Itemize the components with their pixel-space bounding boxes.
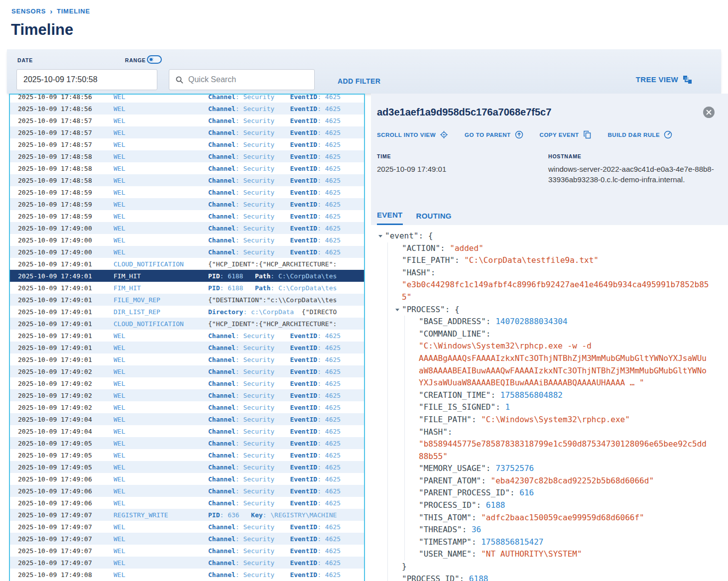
row-timestamp: 2025-10-09 17:48:57	[10, 129, 114, 136]
tab-routing[interactable]: ROUTING	[416, 211, 452, 225]
copy-event-button[interactable]: COPY EVENT	[540, 130, 592, 139]
table-row[interactable]: 2025-10-09 17:48:57WELChannel: Security …	[10, 115, 364, 126]
table-row[interactable]: 2025-10-09 17:49:00WELChannel: Security …	[10, 246, 364, 258]
row-event-type: WEL	[114, 332, 208, 340]
detail-tabs: EVENT ROUTING	[377, 211, 452, 225]
table-row[interactable]: 2025-10-09 17:49:07WELChannel: Security …	[10, 557, 364, 569]
row-detail: Channel: Security EventID: 4625	[208, 499, 364, 507]
table-row[interactable]: 2025-10-09 17:49:06WELChannel: Security …	[10, 485, 364, 497]
event-json-viewer[interactable]: "event": {"ACTION": "added""FILE_PATH": …	[371, 225, 728, 581]
range-toggle[interactable]	[147, 55, 162, 64]
table-row[interactable]: 2025-10-09 17:49:04WELChannel: Security …	[10, 425, 364, 437]
table-row[interactable]: 2025-10-09 17:49:01FIM_HITPID: 6188 Path…	[10, 270, 364, 282]
json-line: "HASH": "e3b0c44298fc1c149afbf4c8996fb92…	[402, 267, 711, 304]
event-table[interactable]: 2025-10-09 17:48:56WELChannel: Security …	[9, 94, 365, 581]
table-row[interactable]: 2025-10-09 17:49:01CLOUD_NOTIFICATION{"H…	[10, 318, 364, 330]
row-detail: Channel: Security EventID: 4625	[208, 177, 364, 184]
table-row[interactable]: 2025-10-09 17:49:01WELChannel: Security …	[10, 353, 364, 365]
table-row[interactable]: 2025-10-09 17:49:07WELChannel: Security …	[10, 545, 364, 557]
date-input[interactable]	[16, 69, 157, 90]
table-row[interactable]: 2025-10-09 17:49:07WELChannel: Security …	[10, 521, 364, 533]
search-input[interactable]	[188, 75, 308, 84]
table-row[interactable]: 2025-10-09 17:48:59WELChannel: Security …	[10, 186, 364, 198]
table-row[interactable]: 2025-10-09 17:48:56WELChannel: Security …	[10, 94, 364, 103]
go-to-parent-button[interactable]: GO TO PARENT	[465, 130, 523, 139]
table-row[interactable]: 2025-10-09 17:48:58WELChannel: Security …	[10, 162, 364, 174]
page-title: Timeline	[11, 21, 73, 39]
row-event-type: CLOUD_NOTIFICATION	[114, 260, 208, 268]
add-filter-button[interactable]: ADD FILTER	[338, 77, 380, 85]
row-detail: Channel: Security EventID: 4625	[208, 236, 364, 244]
row-detail: Channel: Security EventID: 4625	[208, 547, 364, 555]
row-timestamp: 2025-10-09 17:49:07	[10, 535, 114, 543]
breadcrumb-sensors[interactable]: SENSORS	[11, 7, 46, 15]
json-string-value: "eba42307c82b8cad92252b5b68d6066d"	[491, 475, 654, 487]
row-detail: Channel: Security EventID: 4625	[208, 201, 364, 208]
row-detail: Channel: Security EventID: 4625	[208, 416, 364, 423]
row-timestamp: 2025-10-09 17:49:06	[10, 487, 114, 495]
table-row[interactable]: 2025-10-09 17:49:01CLOUD_NOTIFICATION{"H…	[10, 258, 364, 270]
row-detail: Channel: Security EventID: 4625	[208, 487, 364, 495]
build-dr-rule-button[interactable]: BUILD D&R RULE	[608, 130, 673, 139]
json-line: "FILE_IS_SIGNED": 1	[419, 401, 711, 414]
scroll-into-view-button[interactable]: SCROLL INTO VIEW	[377, 130, 448, 139]
table-row[interactable]: 2025-10-09 17:49:01DIR_LIST_REPDirectory…	[10, 306, 364, 318]
table-row[interactable]: 2025-10-09 17:49:02WELChannel: Security …	[10, 401, 364, 413]
table-row[interactable]: 2025-10-09 17:48:59WELChannel: Security …	[10, 198, 364, 210]
json-group: "BASE_ADDRESS": 140702888034304"COMMAND_…	[404, 316, 711, 561]
row-timestamp: 2025-10-09 17:48:59	[10, 201, 114, 208]
row-timestamp: 2025-10-09 17:48:57	[10, 141, 114, 148]
table-row[interactable]: 2025-10-09 17:49:04WELChannel: Security …	[10, 413, 364, 425]
breadcrumb-timeline[interactable]: TIMELINE	[57, 7, 90, 15]
row-timestamp: 2025-10-09 17:48:57	[10, 117, 114, 124]
row-event-type: WEL	[114, 153, 208, 160]
row-event-type: WEL	[114, 117, 208, 124]
json-number-value: 36	[472, 524, 481, 536]
table-row[interactable]: 2025-10-09 17:48:57WELChannel: Security …	[10, 126, 364, 138]
row-event-type: WEL	[114, 440, 208, 447]
table-row[interactable]: 2025-10-09 17:48:59WELChannel: Security …	[10, 210, 364, 222]
row-event-type: REGISTRY_WRITE	[114, 511, 208, 519]
collapse-caret-icon[interactable]	[378, 235, 382, 237]
table-row[interactable]: 2025-10-09 17:48:57WELChannel: Security …	[10, 138, 364, 150]
row-timestamp: 2025-10-09 17:49:01	[10, 332, 114, 340]
table-row[interactable]: 2025-10-09 17:49:05WELChannel: Security …	[10, 461, 364, 473]
row-timestamp: 2025-10-09 17:48:58	[10, 153, 114, 160]
table-row[interactable]: 2025-10-09 17:49:00WELChannel: Security …	[10, 222, 364, 234]
tree-view-button[interactable]: TREE VIEW	[636, 75, 692, 84]
table-row[interactable]: 2025-10-09 17:49:00WELChannel: Security …	[10, 234, 364, 246]
close-icon	[706, 110, 712, 115]
row-event-type: WEL	[114, 344, 208, 351]
row-event-type: WEL	[114, 177, 208, 184]
tab-event[interactable]: EVENT	[377, 211, 403, 225]
table-row[interactable]: 2025-10-09 17:49:01FIM_HITPID: 6188 Path…	[10, 282, 364, 294]
collapse-caret-icon[interactable]	[395, 309, 399, 311]
table-row[interactable]: 2025-10-09 17:48:58WELChannel: Security …	[10, 174, 364, 186]
table-row[interactable]: 2025-10-09 17:49:06WELChannel: Security …	[10, 497, 364, 509]
row-detail: Channel: Security EventID: 4625	[208, 475, 364, 483]
table-row[interactable]: 2025-10-09 17:48:58WELChannel: Security …	[10, 150, 364, 162]
row-event-type: WEL	[114, 213, 208, 220]
table-row[interactable]: 2025-10-09 17:49:07REGISTRY_WRITEPID: 63…	[10, 509, 364, 521]
row-detail: Channel: Security EventID: 4625	[208, 94, 364, 101]
row-event-type: WEL	[114, 248, 208, 256]
table-row[interactable]: 2025-10-09 17:49:02WELChannel: Security …	[10, 377, 364, 389]
table-row[interactable]: 2025-10-09 17:49:07WELChannel: Security …	[10, 533, 364, 545]
close-panel-button[interactable]	[703, 107, 715, 118]
row-event-type: WEL	[114, 380, 208, 387]
table-row[interactable]: 2025-10-09 17:49:01WELChannel: Security …	[10, 330, 364, 342]
row-event-type: WEL	[114, 141, 208, 148]
table-row[interactable]: 2025-10-09 17:49:01FILE_MOV_REP{"DESTINA…	[10, 294, 364, 306]
table-row[interactable]: 2025-10-09 17:49:05WELChannel: Security …	[10, 437, 364, 449]
row-detail: Channel: Security EventID: 4625	[208, 464, 364, 471]
row-timestamp: 2025-10-09 17:49:01	[10, 308, 114, 316]
table-row[interactable]: 2025-10-09 17:49:02WELChannel: Security …	[10, 389, 364, 401]
table-row[interactable]: 2025-10-09 17:48:56WELChannel: Security …	[10, 103, 364, 115]
table-row[interactable]: 2025-10-09 17:49:08WELChannel: Security …	[10, 569, 364, 581]
table-row[interactable]: 2025-10-09 17:49:06WELChannel: Security …	[10, 473, 364, 485]
table-row[interactable]: 2025-10-09 17:49:01WELChannel: Security …	[10, 342, 364, 353]
json-line: "FILE_PATH": "C:\CorpData\testfile9a.txt…	[402, 254, 711, 267]
table-row[interactable]: 2025-10-09 17:49:02WELChannel: Security …	[10, 365, 364, 377]
table-row[interactable]: 2025-10-09 17:49:05WELChannel: Security …	[10, 449, 364, 461]
json-line: "PROCESS_ID": 6188	[419, 499, 711, 512]
